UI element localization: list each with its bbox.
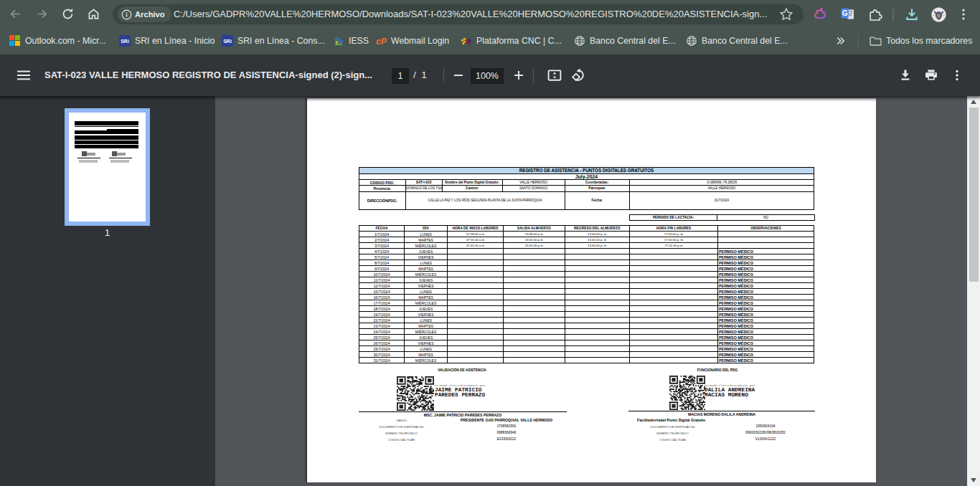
svg-text:G: G bbox=[842, 9, 847, 17]
svg-text:cP: cP bbox=[376, 37, 387, 47]
svg-text:SRi: SRi bbox=[223, 39, 232, 44]
svg-text:SRi: SRi bbox=[121, 39, 129, 44]
